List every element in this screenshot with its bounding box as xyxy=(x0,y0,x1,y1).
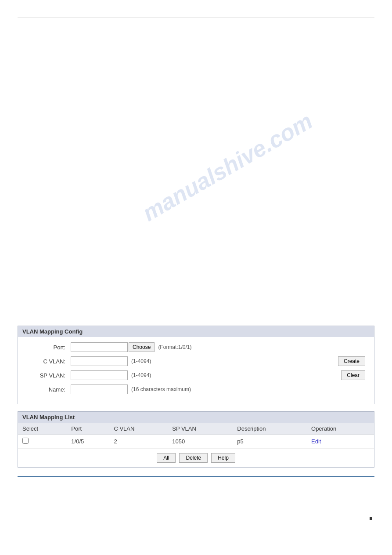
config-section-body: Port: Choose (Format:1/0/1) C VLAN: (1-4… xyxy=(18,337,374,404)
main-content: VLAN Mapping Config Port: Choose (Format… xyxy=(18,326,374,468)
cvlan-label: C VLAN: xyxy=(27,358,71,365)
cvlan-hint: (1-4094) xyxy=(131,358,151,364)
name-hint: (16 characters maximum) xyxy=(131,386,191,392)
row-spvlan: 1050 xyxy=(168,435,233,448)
table-header-row: Select Port C VLAN SP VLAN Description O… xyxy=(18,423,374,435)
delete-button[interactable]: Delete xyxy=(179,453,208,463)
bottom-dot xyxy=(370,517,372,520)
right-buttons-cvlan: Create xyxy=(338,356,365,366)
col-operation: Operation xyxy=(307,423,374,435)
edit-link[interactable]: Edit xyxy=(311,438,321,445)
name-label: Name: xyxy=(27,386,71,393)
port-row: Port: Choose (Format:1/0/1) xyxy=(27,342,365,352)
col-port: Port xyxy=(67,423,109,435)
clear-button[interactable]: Clear xyxy=(341,370,365,380)
col-description: Description xyxy=(233,423,307,435)
spvlan-row: SP VLAN: (1-4094) Clear xyxy=(27,370,365,380)
col-select: Select xyxy=(18,423,67,435)
list-section-header: VLAN Mapping List xyxy=(18,412,374,423)
cvlan-input[interactable] xyxy=(71,356,128,366)
name-input[interactable] xyxy=(71,385,128,394)
create-button[interactable]: Create xyxy=(338,356,365,366)
table-row: 1/0/5 2 1050 p5 Edit xyxy=(18,435,374,448)
col-spvlan: SP VLAN xyxy=(168,423,233,435)
row-cvlan: 2 xyxy=(109,435,168,448)
row-description: p5 xyxy=(233,435,307,448)
spvlan-hint: (1-4094) xyxy=(131,372,151,378)
vlan-mapping-table: Select Port C VLAN SP VLAN Description O… xyxy=(18,423,374,448)
spvlan-input[interactable] xyxy=(71,370,128,380)
config-section: VLAN Mapping Config Port: Choose (Format… xyxy=(18,326,374,404)
config-section-header: VLAN Mapping Config xyxy=(18,326,374,337)
row-operation: Edit xyxy=(307,435,374,448)
all-button[interactable]: All xyxy=(157,453,176,463)
port-format-hint: (Format:1/0/1) xyxy=(158,344,191,350)
port-label: Port: xyxy=(27,344,71,351)
table-footer: All Delete Help xyxy=(18,448,374,467)
right-buttons-spvlan: Clear xyxy=(339,370,365,380)
page-spacer xyxy=(0,18,392,317)
list-section: VLAN Mapping List Select Port C VLAN SP … xyxy=(18,411,374,468)
col-cvlan: C VLAN xyxy=(109,423,168,435)
name-row: Name: (16 characters maximum) xyxy=(27,385,365,394)
bottom-border xyxy=(18,476,374,477)
choose-button[interactable]: Choose xyxy=(129,342,155,352)
spvlan-label: SP VLAN: xyxy=(27,372,71,379)
port-input[interactable] xyxy=(71,342,128,352)
row-checkbox[interactable] xyxy=(22,438,29,444)
row-port: 1/0/5 xyxy=(67,435,109,448)
row-select-cell xyxy=(18,435,67,448)
cvlan-row: C VLAN: (1-4094) Create xyxy=(27,356,365,366)
help-button[interactable]: Help xyxy=(211,453,235,463)
